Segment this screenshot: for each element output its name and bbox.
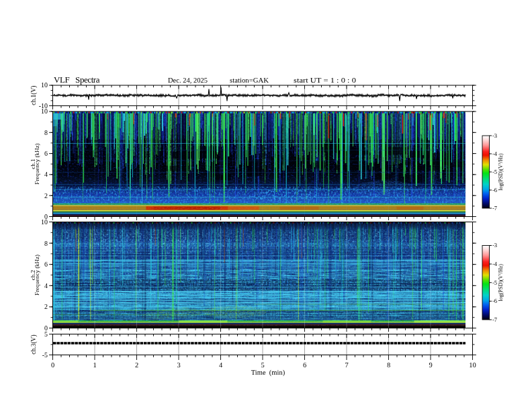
svg-text:Frequency (kHz): Frequency (kHz) (34, 255, 40, 295)
svg-text:8: 8 (44, 240, 48, 247)
svg-text:-7: -7 (492, 205, 497, 212)
svg-text:ch.3(V): ch.3(V) (30, 334, 38, 354)
svg-text:6: 6 (44, 150, 48, 157)
svg-text:6: 6 (303, 361, 306, 369)
svg-text:-7: -7 (492, 316, 497, 323)
svg-text:8: 8 (44, 129, 48, 136)
svg-text:10: 10 (469, 361, 476, 369)
svg-text:-4: -4 (492, 261, 498, 267)
svg-text:start UT = 1 : 0 : 0: start UT = 1 : 0 : 0 (294, 76, 357, 84)
svg-text:10: 10 (41, 81, 48, 89)
svg-text:-3: -3 (492, 242, 497, 248)
svg-text:2: 2 (135, 361, 138, 369)
svg-text:5: 5 (261, 361, 264, 369)
svg-text:Dec. 24, 2025: Dec. 24, 2025 (168, 76, 208, 84)
svg-text:3: 3 (177, 361, 180, 369)
svg-text:4: 4 (44, 171, 48, 178)
svg-text:station=GAK: station=GAK (230, 76, 269, 84)
svg-text:Time (min): Time (min) (251, 369, 285, 377)
svg-text:2: 2 (44, 192, 48, 199)
svg-text:4: 4 (44, 282, 48, 289)
svg-text:10: 10 (41, 218, 48, 226)
svg-text:2: 2 (44, 303, 48, 310)
svg-text:0: 0 (51, 361, 54, 369)
svg-text:-6: -6 (492, 187, 497, 193)
svg-text:-4: -4 (492, 150, 498, 157)
svg-text:log(PSD)(V2/Hz): log(PSD)(V2/Hz) (498, 153, 504, 191)
svg-text:-6: -6 (492, 298, 497, 304)
svg-text:8: 8 (387, 361, 390, 369)
svg-text:ch.1(V): ch.1(V) (30, 86, 38, 105)
svg-text:-5: -5 (492, 169, 497, 175)
svg-text:-3: -3 (492, 132, 497, 139)
svg-text:5: 5 (44, 330, 48, 338)
svg-text:Frequency (kHz): Frequency (kHz) (34, 144, 40, 185)
svg-text:6: 6 (44, 261, 48, 268)
svg-text:-5: -5 (42, 351, 48, 359)
svg-text:1: 1 (93, 361, 96, 369)
svg-text:log(PSD)(V2/Hz): log(PSD)(V2/Hz) (498, 264, 504, 302)
svg-text:7: 7 (345, 361, 348, 369)
svg-text:9: 9 (429, 361, 432, 369)
svg-text:4: 4 (219, 361, 223, 369)
svg-text:10: 10 (41, 107, 48, 115)
svg-text:-5: -5 (492, 279, 497, 286)
svg-text:VLF Spectra: VLF Spectra (54, 75, 100, 85)
